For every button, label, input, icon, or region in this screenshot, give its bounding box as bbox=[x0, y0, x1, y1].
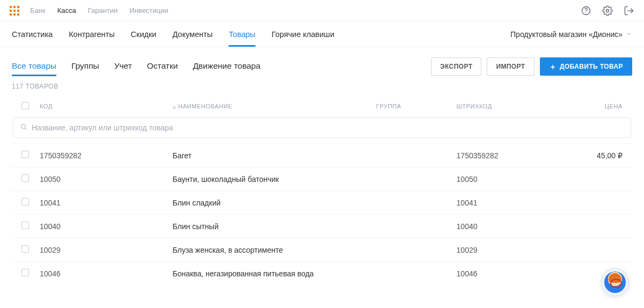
col-header-code[interactable]: КОД bbox=[40, 103, 173, 109]
cell-name: Блин сладкий bbox=[173, 199, 376, 207]
select-all-checkbox[interactable] bbox=[21, 102, 29, 109]
tab-discounts[interactable]: Скидки bbox=[131, 23, 157, 46]
inner-tab-stock[interactable]: Остатки bbox=[147, 57, 178, 76]
table-body: 1750359282Багет175035928245,00 ₽10050Бау… bbox=[12, 143, 632, 285]
row-checkbox[interactable] bbox=[21, 269, 29, 276]
top-nav-guarantees[interactable]: Гарантии bbox=[88, 6, 118, 14]
product-table: КОД ▵НАИМЕНОВАНИЕ ГРУППА ШТРИХКОД ЦЕНА 1… bbox=[0, 92, 644, 296]
col-header-group[interactable]: ГРУППА bbox=[376, 103, 457, 109]
top-nav-kassa[interactable]: Касса bbox=[57, 6, 76, 14]
cell-code: 10041 bbox=[40, 199, 173, 207]
svg-rect-7 bbox=[13, 13, 16, 16]
add-product-button[interactable]: ＋ ДОБАВИТЬ ТОВАР bbox=[540, 57, 632, 76]
tab-statistics[interactable]: Статистика bbox=[12, 23, 53, 46]
cell-barcode: 10046 bbox=[457, 269, 580, 278]
search-input[interactable] bbox=[32, 123, 624, 132]
sort-asc-icon: ▵ bbox=[173, 103, 177, 109]
add-product-label: ДОБАВИТЬ ТОВАР bbox=[560, 63, 623, 70]
top-nav-bank[interactable]: Банк bbox=[30, 6, 46, 14]
inner-tab-groups[interactable]: Группы bbox=[71, 57, 99, 76]
row-checkbox[interactable] bbox=[21, 151, 29, 158]
svg-rect-6 bbox=[10, 13, 12, 16]
export-button[interactable]: ЭКСПОРТ bbox=[431, 57, 481, 76]
cell-name: Бонаква, негазированная питьевая вода bbox=[173, 269, 376, 278]
cell-code: 10050 bbox=[40, 175, 173, 184]
cell-name: Блин сытный bbox=[173, 222, 376, 231]
col-header-price[interactable]: ЦЕНА bbox=[580, 103, 623, 109]
svg-point-11 bbox=[606, 9, 609, 12]
row-checkbox[interactable] bbox=[21, 198, 29, 206]
cell-name: Блуза женская, в ассортименте bbox=[173, 246, 376, 254]
top-nav: Банк Касса Гарантии Инвестиции bbox=[30, 6, 581, 14]
table-row[interactable]: 10040Блин сытный10040 bbox=[12, 214, 632, 238]
cell-name: Багет bbox=[173, 151, 376, 160]
tab-counterparties[interactable]: Контрагенты bbox=[69, 23, 114, 46]
store-selector-label: Продуктовый магазин «Дионис» bbox=[510, 30, 623, 39]
svg-rect-5 bbox=[17, 10, 19, 12]
svg-rect-8 bbox=[17, 13, 19, 16]
svg-rect-0 bbox=[10, 6, 12, 8]
table-row[interactable]: 1750359282Багет175035928245,00 ₽ bbox=[12, 143, 632, 167]
table-row[interactable]: 10046Бонаква, негазированная питьевая во… bbox=[12, 261, 632, 285]
inner-tab-movement[interactable]: Движение товара bbox=[193, 57, 260, 76]
top-icons bbox=[581, 5, 634, 16]
store-selector[interactable]: Продуктовый магазин «Дионис» bbox=[510, 30, 632, 39]
row-checkbox[interactable] bbox=[21, 245, 29, 253]
cell-price: 45,00 ₽ bbox=[580, 151, 623, 160]
cell-barcode: 10029 bbox=[457, 246, 580, 254]
help-icon[interactable] bbox=[581, 5, 591, 16]
col-header-name[interactable]: ▵НАИМЕНОВАНИЕ bbox=[173, 103, 376, 110]
svg-rect-4 bbox=[13, 10, 16, 12]
logo-icon[interactable] bbox=[10, 6, 19, 16]
search-icon bbox=[20, 123, 27, 132]
table-header: КОД ▵НАИМЕНОВАНИЕ ГРУППА ШТРИХКОД ЦЕНА bbox=[12, 94, 632, 117]
cell-code: 1750359282 bbox=[40, 151, 173, 160]
support-chat-button[interactable] bbox=[601, 268, 629, 296]
chevron-down-icon bbox=[626, 30, 632, 39]
logout-icon[interactable] bbox=[624, 5, 634, 16]
search-box[interactable] bbox=[13, 117, 631, 138]
table-row[interactable]: 10050Баунти, шоколадный батончик10050 bbox=[12, 167, 632, 190]
cell-barcode: 10040 bbox=[457, 222, 580, 231]
row-checkbox[interactable] bbox=[21, 222, 29, 229]
items-count: 117 ТОВАРОВ bbox=[0, 76, 644, 92]
tab-hotkeys[interactable]: Горячие клавиши bbox=[272, 23, 334, 46]
cell-code: 10029 bbox=[40, 246, 173, 254]
inner-bar: Все товары Группы Учет Остатки Движение … bbox=[0, 47, 644, 76]
cell-barcode: 10050 bbox=[457, 175, 580, 184]
cell-name: Баунти, шоколадный батончик bbox=[173, 175, 376, 184]
import-button[interactable]: ИМПОРТ bbox=[487, 57, 534, 76]
table-row[interactable]: 10041Блин сладкий10041 bbox=[12, 190, 632, 214]
tab-documents[interactable]: Документы bbox=[172, 23, 213, 46]
col-header-barcode[interactable]: ШТРИХКОД bbox=[457, 103, 580, 109]
cell-barcode: 1750359282 bbox=[457, 151, 580, 160]
svg-rect-1 bbox=[13, 6, 16, 8]
row-checkbox[interactable] bbox=[21, 174, 29, 182]
tab-products[interactable]: Товары bbox=[229, 23, 255, 46]
svg-point-10 bbox=[586, 12, 586, 13]
sub-nav: Статистика Контрагенты Скидки Документы … bbox=[0, 21, 644, 47]
topbar: Банк Касса Гарантии Инвестиции bbox=[0, 0, 644, 21]
inner-tab-all[interactable]: Все товары bbox=[12, 57, 56, 76]
svg-rect-3 bbox=[10, 10, 12, 12]
cell-code: 10046 bbox=[40, 269, 173, 278]
cell-barcode: 10041 bbox=[457, 199, 580, 207]
svg-rect-2 bbox=[17, 6, 19, 8]
table-row[interactable]: 10029Блуза женская, в ассортименте10029 bbox=[12, 238, 632, 261]
support-avatar-icon bbox=[604, 272, 626, 293]
cell-code: 10040 bbox=[40, 222, 173, 231]
top-nav-investments[interactable]: Инвестиции bbox=[129, 6, 168, 14]
settings-icon[interactable] bbox=[602, 5, 613, 16]
svg-point-12 bbox=[21, 124, 25, 128]
inner-tab-accounting[interactable]: Учет bbox=[114, 57, 132, 76]
